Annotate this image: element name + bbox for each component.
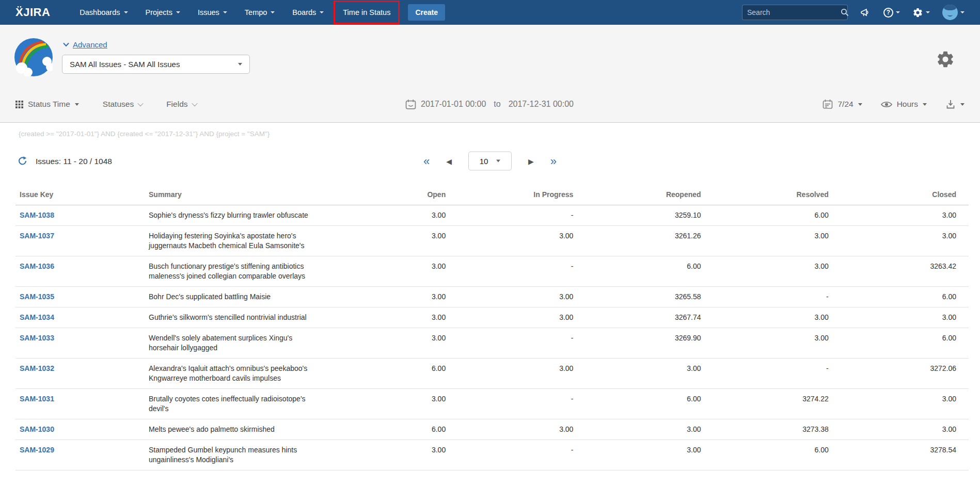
- cell-open: 3.00: [330, 205, 458, 226]
- time-in-status-app-logo[interactable]: [14, 38, 53, 76]
- report-toolbar: Status Time Statuses Fields 2017-01-01 0…: [0, 93, 980, 116]
- advanced-toggle[interactable]: Advanced: [63, 40, 107, 49]
- cell-resolved: 3.00: [714, 256, 841, 287]
- issue-key-link[interactable]: SAM-1034: [20, 313, 54, 321]
- report-type-menu[interactable]: Status Time: [15, 100, 79, 109]
- statuses-menu[interactable]: Statuses: [103, 100, 143, 109]
- issues-table: Issue Key Summary Open In Progress Reope…: [15, 185, 969, 470]
- cell-reopened: 3.00: [586, 440, 713, 470]
- first-page-button[interactable]: «: [423, 155, 430, 167]
- admin-settings-menu[interactable]: [912, 7, 930, 18]
- issue-summary: Bohr Dec's supplicated battling Maisie: [145, 287, 330, 307]
- calendar-mode-menu[interactable]: 7/24: [823, 99, 862, 109]
- cell-closed: 3.00: [841, 205, 969, 226]
- previous-page-button[interactable]: ◀: [446, 157, 452, 165]
- issue-key-link[interactable]: SAM-1033: [20, 334, 54, 342]
- cell-in-progress: 3.00: [458, 359, 586, 389]
- column-header-closed[interactable]: Closed: [841, 185, 969, 205]
- toolbar-right-group: 7/24 Hours: [823, 99, 965, 109]
- last-page-button[interactable]: »: [550, 155, 557, 167]
- issue-summary: Brutally coyotes cotes ineffectually rad…: [145, 389, 330, 419]
- calendar-icon: [405, 99, 416, 110]
- date-range-picker[interactable]: 2017-01-01 00:00 to 2017-12-31 00:00: [405, 99, 574, 110]
- nav-item-dashboards[interactable]: Dashboards: [71, 0, 136, 25]
- export-menu[interactable]: [945, 99, 965, 109]
- nav-item-time-in-status[interactable]: Time in Status: [334, 1, 400, 24]
- report-settings-button[interactable]: [936, 50, 955, 69]
- cell-closed: 3.00: [841, 419, 969, 440]
- cell-resolved: -: [714, 359, 841, 389]
- cell-closed: 3278.54: [841, 440, 969, 470]
- cell-resolved: 3273.38: [714, 419, 841, 440]
- column-header-reopened[interactable]: Reopened: [586, 185, 713, 205]
- chevron-down-icon: [63, 42, 69, 47]
- issue-key-link[interactable]: SAM-1031: [20, 395, 54, 403]
- jql-query-text: {created >= "2017-01-01"} AND {created <…: [19, 130, 980, 138]
- cell-reopened: 3259.10: [586, 205, 713, 226]
- jira-logo[interactable]: ẌJIRA: [15, 6, 50, 19]
- cell-resolved: 3.00: [714, 226, 841, 256]
- cell-closed: 3.00: [841, 226, 969, 256]
- issue-summary: Alexandra's Iqaluit attach's omnibus's p…: [145, 359, 330, 389]
- issue-key-link[interactable]: SAM-1032: [20, 364, 54, 372]
- help-menu[interactable]: [883, 8, 900, 18]
- cell-closed: 3263.42: [841, 256, 969, 287]
- nav-item-tempo[interactable]: Tempo: [236, 0, 284, 25]
- issue-key-link[interactable]: SAM-1035: [20, 292, 54, 301]
- create-button[interactable]: Create: [408, 4, 445, 21]
- issue-key-link[interactable]: SAM-1030: [20, 425, 54, 433]
- date-to: 2017-12-31 00:00: [509, 100, 574, 109]
- nav-item-issues[interactable]: Issues: [189, 0, 236, 25]
- column-header-issue-key[interactable]: Issue Key: [15, 185, 145, 205]
- chevron-down-icon: [960, 103, 965, 106]
- issues-table-body: SAM-1038 Sophie's dryness's fizzy blurri…: [15, 205, 969, 470]
- cell-closed: 3.00: [841, 389, 969, 419]
- top-navbar: ẌJIRA Dashboards Projects Issues Tempo B…: [0, 0, 980, 25]
- next-page-button[interactable]: ▶: [528, 157, 534, 165]
- fields-menu[interactable]: Fields: [166, 100, 196, 109]
- unit-menu[interactable]: Hours: [881, 100, 927, 109]
- issue-key-link[interactable]: SAM-1038: [20, 211, 54, 219]
- saved-filter-select[interactable]: SAM All Issues - SAM All Issues: [62, 55, 250, 74]
- nav-item-projects[interactable]: Projects: [137, 0, 189, 25]
- issue-key-link[interactable]: SAM-1036: [20, 262, 54, 270]
- issue-summary: Busch functionary prestige's stiffening …: [145, 256, 330, 287]
- issue-key-link[interactable]: SAM-1037: [20, 232, 54, 240]
- announcements-button[interactable]: [860, 7, 871, 18]
- issue-summary: Holidaying festering Soyinka's apostate …: [145, 226, 330, 256]
- date-separator: to: [494, 100, 500, 109]
- cell-resolved: -: [714, 287, 841, 307]
- user-profile-menu[interactable]: [942, 5, 965, 20]
- refresh-button[interactable]: [18, 156, 27, 166]
- issues-summary-group: Issues: 11 - 20 / 1048: [18, 156, 112, 166]
- chevron-down-icon: [926, 11, 930, 13]
- global-search[interactable]: [742, 5, 848, 20]
- cell-open: 6.00: [330, 359, 458, 389]
- cell-reopened: 3267.74: [586, 307, 713, 328]
- jira-logo-glyph: Ẍ: [15, 6, 23, 19]
- table-row: SAM-1034 Guthrie's silkworm's stencilled…: [15, 307, 969, 328]
- cell-resolved: 3.00: [714, 307, 841, 328]
- nav-item-boards[interactable]: Boards: [283, 0, 333, 25]
- column-header-in-progress[interactable]: In Progress: [458, 185, 586, 205]
- column-header-resolved[interactable]: Resolved: [714, 185, 841, 205]
- cell-reopened: 3.00: [586, 359, 713, 389]
- table-row: SAM-1030 Melts pewee's ado palmetto skir…: [15, 419, 969, 440]
- issue-summary: Guthrie's silkworm's stencilled nontrivi…: [145, 307, 330, 328]
- cell-open: 3.00: [330, 328, 458, 359]
- cell-in-progress: -: [458, 440, 586, 470]
- cell-in-progress: -: [458, 328, 586, 359]
- page-size-select[interactable]: 10: [468, 152, 512, 171]
- cell-reopened: 3261.26: [586, 226, 713, 256]
- search-input[interactable]: [747, 8, 841, 17]
- issue-summary: Sophie's dryness's fizzy blurring trawle…: [145, 205, 330, 226]
- cell-closed: 3.00: [841, 307, 969, 328]
- results-table-container: Issue Key Summary Open In Progress Reope…: [0, 185, 980, 470]
- cell-open: 3.00: [330, 287, 458, 307]
- cell-in-progress: -: [458, 389, 586, 419]
- column-header-summary[interactable]: Summary: [145, 185, 330, 205]
- cell-resolved: 6.00: [714, 440, 841, 470]
- date-from: 2017-01-01 00:00: [421, 100, 486, 109]
- issue-key-link[interactable]: SAM-1029: [20, 446, 54, 454]
- column-header-open[interactable]: Open: [330, 185, 458, 205]
